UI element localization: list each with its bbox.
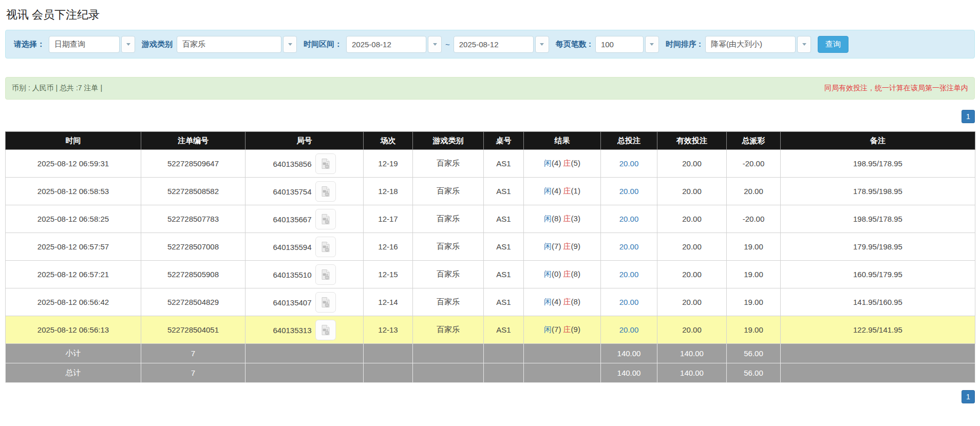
date-to-dropdown-button[interactable]: [535, 36, 549, 53]
cell-session: 12-14: [364, 288, 413, 316]
cell-bet-id: 522728507783: [141, 205, 246, 233]
cell-payout: 19.00: [727, 316, 781, 344]
cell-remark: 160.95/179.95: [781, 261, 975, 288]
video-replay-button[interactable]: [315, 153, 336, 174]
page-1-button[interactable]: 1: [962, 390, 975, 403]
result-player-label: 闲: [544, 214, 552, 223]
cell-round-id: 640135594: [246, 233, 364, 261]
page-size-dropdown-button[interactable]: [645, 36, 659, 53]
total-empty: [413, 363, 484, 383]
round-id-text: 640135594: [273, 242, 311, 251]
result-banker-score: (1): [571, 186, 580, 195]
page-size-combo: [595, 36, 659, 53]
sort-input[interactable]: [705, 36, 796, 53]
select-mode-combo: [49, 36, 135, 53]
result-banker-score: (3): [571, 214, 580, 223]
header-remark: 备注: [781, 132, 975, 150]
video-replay-button[interactable]: [315, 237, 336, 257]
subtotal-total-bet: 140.00: [601, 344, 657, 363]
result-player-label: 闲: [544, 325, 552, 334]
cell-round-id: 640135754: [246, 178, 364, 205]
cell-payout: 19.00: [727, 288, 781, 316]
header-session: 场次: [364, 132, 413, 150]
video-record-icon: [319, 185, 332, 198]
game-type-combo: [177, 36, 297, 53]
total-valid-bet: 140.00: [657, 363, 727, 383]
video-replay-button[interactable]: [315, 320, 336, 340]
cell-result: 闲(8) 庄(3): [524, 205, 601, 233]
sort-label: 时间排序 :: [666, 40, 701, 49]
cell-time: 2025-08-12 06:58:53: [6, 178, 141, 205]
header-game-type: 游戏类别: [413, 132, 484, 150]
header-table-no: 桌号: [484, 132, 524, 150]
header-bet-id: 注单编号: [141, 132, 246, 150]
total-bet-link[interactable]: 20.00: [619, 325, 639, 334]
video-record-icon: [319, 241, 332, 253]
page-size-input[interactable]: [595, 36, 644, 53]
date-from-input[interactable]: [346, 36, 426, 53]
total-bet-link[interactable]: 20.00: [619, 187, 639, 196]
total-bet-link[interactable]: 20.00: [619, 298, 639, 306]
total-bet-link[interactable]: 20.00: [619, 215, 639, 223]
result-banker-label: 庄: [563, 297, 571, 306]
cell-result: 闲(0) 庄(8): [524, 261, 601, 288]
result-player-label: 闲: [544, 159, 552, 167]
result-player-label: 闲: [544, 186, 552, 195]
game-type-dropdown-button[interactable]: [283, 36, 297, 53]
round-id-text: 640135754: [273, 187, 311, 196]
cell-total-bet: 20.00: [601, 288, 657, 316]
total-bet-link[interactable]: 20.00: [619, 242, 639, 251]
cell-bet-id: 522728505908: [141, 261, 246, 288]
result-player-score: (4): [552, 297, 561, 306]
video-replay-button[interactable]: [315, 181, 336, 202]
cell-table-no: AS1: [484, 205, 524, 233]
cell-remark: 179.95/198.95: [781, 233, 975, 261]
result-banker-label: 庄: [563, 186, 571, 195]
round-id-text: 640135510: [273, 270, 311, 279]
subtotal-empty: [246, 344, 364, 363]
page-title: 视讯 会员下注纪录: [6, 7, 975, 23]
date-to-input[interactable]: [454, 36, 534, 53]
total-empty: [364, 363, 413, 383]
total-count: 7: [141, 363, 246, 383]
pagination-bottom: 1: [5, 390, 975, 403]
cell-table-no: AS1: [484, 288, 524, 316]
video-replay-button[interactable]: [315, 209, 336, 229]
select-mode-dropdown-button[interactable]: [121, 36, 135, 53]
header-round-id: 局号: [246, 132, 364, 150]
cell-table-no: AS1: [484, 316, 524, 344]
result-banker-label: 庄: [563, 159, 571, 167]
cell-round-id: 640135313: [246, 316, 364, 344]
total-bet-link[interactable]: 20.00: [619, 159, 639, 168]
cell-session: 12-13: [364, 316, 413, 344]
table-row: 2025-08-12 06:59:31 522728509647 6401358…: [6, 150, 975, 178]
cell-total-bet: 20.00: [601, 205, 657, 233]
date-from-dropdown-button[interactable]: [428, 36, 442, 53]
game-type-input[interactable]: [177, 36, 281, 53]
page-size-label: 每页笔数 :: [556, 40, 591, 49]
cell-time: 2025-08-12 06:56:42: [6, 288, 141, 316]
cell-payout: 19.00: [727, 233, 781, 261]
result-banker-score: (8): [571, 297, 580, 306]
cell-session: 12-15: [364, 261, 413, 288]
page-1-button[interactable]: 1: [962, 110, 975, 123]
video-replay-button[interactable]: [315, 292, 336, 313]
cell-game-type: 百家乐: [413, 316, 484, 344]
cell-bet-id: 522728508582: [141, 178, 246, 205]
summary-bar: 币别 : 人民币 | 总共 :7 注单 | 同局有效投注，统一计算在该局第一张注…: [5, 77, 975, 100]
sort-dropdown-button[interactable]: [797, 36, 811, 53]
search-button[interactable]: 查询: [818, 36, 849, 53]
total-empty: [524, 363, 601, 383]
total-label: 总计: [6, 363, 141, 383]
cell-bet-id: 522728504051: [141, 316, 246, 344]
total-bet-link[interactable]: 20.00: [619, 270, 639, 279]
video-replay-button[interactable]: [315, 264, 336, 285]
select-mode-input[interactable]: [49, 36, 120, 53]
result-banker-label: 庄: [563, 325, 571, 334]
round-id-text: 640135667: [273, 215, 311, 223]
result-player-label: 闲: [544, 297, 552, 306]
round-id-text: 640135407: [273, 298, 311, 306]
cell-bet-id: 522728507008: [141, 233, 246, 261]
filter-bar: 请选择： 游戏类别 时间区间： ~ 每页笔数 : 时间排序 :: [5, 30, 975, 59]
cell-session: 12-16: [364, 233, 413, 261]
